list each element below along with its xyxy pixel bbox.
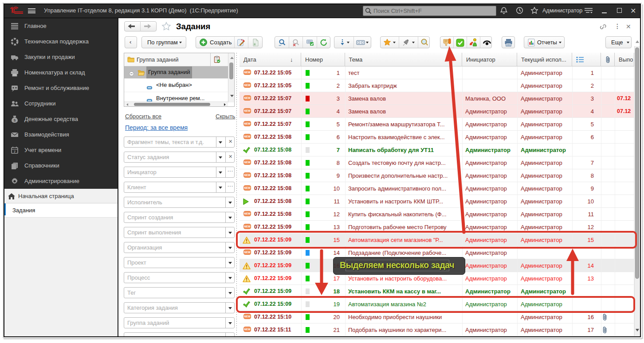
svg-text:S: S [14, 119, 16, 122]
svg-text:7: 7 [14, 150, 16, 154]
